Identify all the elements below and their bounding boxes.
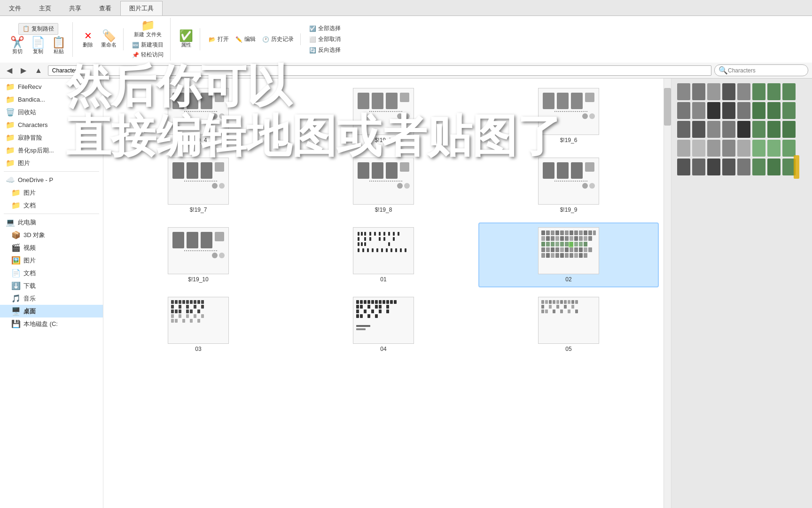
copy-button[interactable]: 📄 复制	[28, 36, 48, 56]
svg-rect-59	[374, 232, 376, 236]
svg-rect-86	[565, 230, 569, 235]
svg-rect-250	[722, 159, 735, 175]
svg-rect-212	[560, 310, 563, 313]
file-item-19-5[interactable]: $!19_5	[293, 83, 474, 148]
svg-rect-255	[794, 155, 799, 179]
svg-rect-8	[358, 93, 369, 109]
svg-rect-95	[551, 236, 554, 241]
file-item-05[interactable]: 05	[478, 292, 659, 357]
new-folder-button[interactable]: 📁 新建 文件夹	[131, 19, 164, 39]
properties-button[interactable]: ✅ 属性	[176, 29, 196, 49]
file-name-19-8: $!19_8	[375, 206, 392, 213]
file-thumb-19-4: $!19_...	[168, 88, 229, 135]
sidebar-item-pictures[interactable]: 🖼️ 图片	[0, 254, 103, 267]
history-button[interactable]: 🕐 历史记录	[259, 34, 297, 44]
forward-button[interactable]: ▶	[18, 65, 29, 76]
scrollbar-thumb[interactable]	[664, 88, 671, 126]
tab-picture-tools[interactable]: 图片工具	[120, 1, 163, 16]
svg-rect-50	[358, 232, 359, 236]
file-item-04[interactable]: 04	[293, 292, 474, 357]
easy-access-button[interactable]: 📌 轻松访问	[129, 50, 166, 60]
file-item-19-7[interactable]: $!19_7	[108, 153, 289, 218]
rename-button[interactable]: 🏷️ 重命名	[98, 29, 119, 49]
delete-button[interactable]: ✕ 删除	[78, 29, 97, 49]
select-all-icon: ☑️	[309, 25, 316, 32]
file-item-19-8[interactable]: $!19_8	[293, 153, 474, 218]
svg-point-33	[397, 183, 403, 189]
sidebar-item-localdisk[interactable]: 💾 本地磁盘 (C:	[0, 318, 103, 330]
sidebar-item-thispc[interactable]: 💻 此电脑	[0, 216, 103, 229]
svg-rect-87	[570, 230, 573, 235]
open-button[interactable]: 📂 打开	[206, 34, 232, 44]
svg-rect-80	[405, 248, 406, 252]
svg-rect-156	[171, 314, 174, 318]
new-item-button[interactable]: 🆕 新建项目	[129, 40, 166, 50]
svg-rect-62	[369, 237, 371, 241]
tab-file[interactable]: 文件	[0, 1, 30, 16]
select-all-button[interactable]: ☑️ 全部选择	[306, 24, 344, 33]
file-item-03[interactable]: 03	[108, 292, 289, 357]
tab-view[interactable]: 查看	[90, 1, 120, 16]
svg-rect-85	[560, 230, 564, 235]
sidebar-item-onedrive-pic[interactable]: 📁 图片	[0, 186, 103, 199]
svg-rect-169	[367, 300, 370, 304]
file-item-01[interactable]: 01	[293, 222, 474, 287]
sidebar-item-documents[interactable]: 📄 文档	[0, 267, 103, 279]
paste-icon: 📋	[52, 37, 66, 48]
svg-rect-243	[737, 140, 750, 157]
svg-rect-197	[553, 300, 555, 304]
sidebar-item-downloads[interactable]: ⬇️ 下载	[0, 279, 103, 292]
svg-rect-173	[383, 300, 385, 304]
sidebar-item-jijing[interactable]: 📁 寂静冒险	[0, 131, 103, 144]
up-button[interactable]: ▲	[32, 65, 45, 76]
back-button[interactable]: ◀	[4, 65, 15, 76]
invert-label: 反向选择	[318, 46, 341, 54]
sidebar-item-onedrive[interactable]: ☁️ OneDrive - P	[0, 174, 103, 186]
search-input[interactable]	[728, 67, 798, 74]
file-name-19-9: $!19_9	[560, 206, 578, 213]
edit-button[interactable]: ✏️ 编辑	[233, 34, 258, 44]
sidebar-item-bandica[interactable]: 📁 Bandica...	[0, 93, 103, 106]
svg-rect-84	[555, 230, 559, 235]
file-item-19-6[interactable]: $!19_6	[478, 83, 659, 148]
sidebar-item-onedrive-doc[interactable]: 📁 文档	[0, 199, 103, 212]
invert-select-button[interactable]: 🔄 反向选择	[306, 45, 344, 55]
sidebar-item-desktop[interactable]: 🖥️ 桌面	[0, 305, 103, 318]
svg-rect-244	[752, 140, 765, 157]
sidebar-item-video[interactable]: 🎬 视频	[0, 241, 103, 254]
file-item-02[interactable]: 02	[478, 222, 659, 287]
svg-rect-219	[737, 83, 750, 100]
sidebar-item-tupian[interactable]: 📁 图片	[0, 157, 103, 169]
svg-rect-103	[588, 236, 592, 241]
sidebar-item-music[interactable]: 🎵 音乐	[0, 292, 103, 305]
sidebar-item-filerecv[interactable]: 📁 FileRecv	[0, 80, 103, 93]
sidebar-item-shouhua[interactable]: 📁 兽化sp后期...	[0, 144, 103, 157]
svg-rect-124	[588, 247, 592, 252]
tab-home[interactable]: 主页	[30, 1, 60, 16]
svg-rect-77	[390, 248, 392, 252]
copy-path-button[interactable]: 📋 复制路径	[18, 23, 58, 35]
select-none-button[interactable]: ⬜ 全部取消	[306, 34, 344, 44]
sidebar-item-characters[interactable]: 📁 Characters	[0, 119, 103, 131]
svg-rect-70	[358, 248, 359, 252]
sidebar-item-recycle[interactable]: 🗑️ 回收站	[0, 106, 103, 119]
video-icon: 🎬	[11, 243, 21, 252]
scrollbar[interactable]	[664, 79, 671, 508]
disk-icon: 💾	[11, 319, 21, 328]
tab-share[interactable]: 共享	[60, 1, 90, 16]
svg-rect-251	[737, 159, 750, 175]
svg-rect-166	[356, 300, 359, 304]
file-item-19-4[interactable]: $!19_... $!19_4	[108, 83, 289, 148]
address-input[interactable]	[48, 65, 711, 76]
cut-button[interactable]: ✂️ 剪切	[8, 36, 27, 56]
preview-content	[671, 79, 812, 508]
svg-rect-202	[571, 300, 574, 304]
file-item-19-9[interactable]: $!19_9	[478, 153, 659, 218]
svg-rect-150	[171, 310, 174, 313]
svg-rect-54	[364, 237, 366, 241]
sidebar-item-3d[interactable]: 📦 3D 对象	[0, 229, 103, 241]
paste-button[interactable]: 📋 粘贴	[49, 36, 69, 56]
svg-rect-93	[541, 236, 545, 241]
svg-rect-45	[201, 232, 212, 248]
file-item-19-10[interactable]: $!19_10	[108, 222, 289, 287]
